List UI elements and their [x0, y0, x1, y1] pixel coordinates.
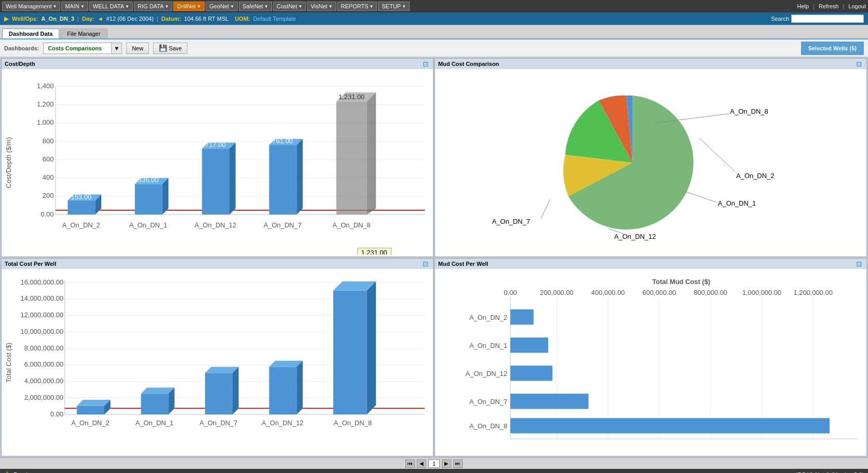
svg-text:A_On_DN_1: A_On_DN_1 — [129, 221, 167, 229]
menu-arrow: ▼ — [80, 4, 85, 9]
mud-cost-comparison-title: Mud Cost Comparison ⊡ — [435, 59, 866, 69]
svg-rect-89 — [333, 290, 367, 414]
datum-value: 104.66 ft RT MSL — [184, 16, 229, 22]
menu-arrow: ▼ — [299, 4, 303, 9]
total-cost-svg: Total Cost ($) 0.00 2,000,000.00 4,000,0… — [4, 271, 431, 454]
svg-text:A_On_DN_8: A_On_DN_8 — [333, 221, 371, 229]
menu-label: DrillNet — [177, 3, 196, 9]
bar-a-on-dn-2: A_On_DN_2 153.00 — [62, 193, 101, 229]
svg-text:2,000,000.00: 2,000,000.00 — [24, 393, 63, 401]
day-value: #12 (06 Dec 2004) — [106, 16, 154, 22]
day-label: Day: — [82, 16, 94, 22]
page-prev-btn[interactable]: ◀ — [417, 460, 426, 468]
svg-text:1,231.00: 1,231.00 — [338, 93, 364, 101]
pagination: ⏮ ◀ ▶ ⏭ — [0, 457, 868, 469]
svg-text:A_On_DN_1: A_On_DN_1 — [135, 419, 173, 427]
menu-setup[interactable]: SETUP ▼ — [378, 2, 410, 11]
hbar-a-on-dn-1 — [510, 337, 548, 353]
svg-rect-24 — [135, 184, 162, 214]
refresh-link[interactable]: Refresh — [819, 3, 839, 9]
svg-rect-81 — [205, 373, 233, 414]
bar-a-on-dn-8: A_On_DN_8 1,231.00 1,231.00 — [333, 92, 391, 254]
svg-text:A_On_DN_7: A_On_DN_7 — [469, 398, 507, 406]
svg-text:A_On_DN_7: A_On_DN_7 — [264, 221, 302, 229]
page-number-input[interactable] — [428, 460, 440, 468]
menu-well-management[interactable]: Well Management ▼ — [2, 2, 60, 11]
help-link[interactable]: Help — [797, 3, 809, 9]
search-area: Search — [771, 15, 864, 23]
menu-rig-data[interactable]: RIG DATA ▼ — [134, 2, 172, 11]
menu-reports[interactable]: REPORTS ▼ — [337, 2, 377, 11]
svg-text:800: 800 — [43, 137, 54, 145]
svg-text:A_On_DN_7: A_On_DN_7 — [199, 419, 237, 427]
menu-visnet[interactable]: VisNet ▼ — [307, 2, 336, 11]
page-last-btn[interactable]: ⏭ — [453, 460, 463, 468]
svg-text:A_On_DN_2: A_On_DN_2 — [71, 419, 109, 427]
triangle-icon: ▶ — [4, 15, 9, 22]
svg-text:A_On_DN_1: A_On_DN_1 — [469, 342, 507, 349]
svg-text:600: 600 — [43, 155, 54, 163]
dashboard-select-arrow[interactable]: ▼ — [111, 43, 121, 53]
menu-safenet[interactable]: SafeNet ▼ — [239, 2, 272, 11]
selected-wells-button[interactable]: Selected Wells (5) — [801, 42, 864, 55]
mud-cost-expand-icon[interactable]: ⊡ — [856, 60, 863, 67]
cost-depth-expand-icon[interactable]: ⊡ — [423, 60, 430, 67]
new-button[interactable]: New — [126, 43, 149, 54]
menu-drillnet[interactable]: DrillNet ▼ — [173, 2, 205, 11]
svg-text:200: 200 — [43, 192, 54, 199]
save-button[interactable]: 💾 Save — [153, 43, 187, 54]
top-right-links: Help | Refresh | Logout — [797, 3, 866, 9]
day-prev-arrow[interactable]: ◄ — [98, 16, 103, 22]
svg-rect-85 — [269, 367, 296, 414]
menu-main[interactable]: MAIN ▼ — [61, 2, 88, 11]
svg-text:1,200,000.00: 1,200,000.00 — [794, 288, 833, 296]
page-next-btn[interactable]: ▶ — [442, 460, 451, 468]
well-info-bar: ▶ Well/Ops: A_On_DN_3 | Day: ◄ #12 (06 D… — [0, 12, 868, 25]
tab-dashboard-data[interactable]: Dashboard Data — [2, 29, 59, 38]
cost-depth-title: Cost/Depth ⊡ — [2, 59, 433, 69]
svg-rect-29 — [202, 148, 229, 214]
mud-cost-per-well-title: Mud Cost Per Well ⊡ — [435, 259, 866, 269]
svg-text:1,400: 1,400 — [37, 82, 53, 90]
svg-marker-41 — [367, 92, 376, 214]
menu-costnet[interactable]: CostNet ▼ — [273, 2, 306, 11]
svg-text:12,000,000.00: 12,000,000.00 — [21, 311, 64, 319]
save-icon: 💾 — [159, 44, 167, 52]
logout-link[interactable]: Logout — [848, 3, 866, 9]
svg-text:Total Mud Cost ($): Total Mud Cost ($) — [652, 277, 710, 285]
new-label: New — [132, 45, 143, 51]
menu-geonet[interactable]: GeoNet ▼ — [206, 2, 238, 11]
svg-text:1,000: 1,000 — [37, 118, 53, 126]
svg-text:200,000.00: 200,000.00 — [540, 288, 574, 296]
mud-cost-comparison-title-text: Mud Cost Comparison — [438, 61, 499, 67]
toolbar: Dashboards: Costs Comparisons ▼ New 💾 Sa… — [0, 39, 868, 57]
svg-text:0.00: 0.00 — [50, 410, 63, 417]
total-cost-expand-icon[interactable]: ⊡ — [423, 260, 430, 267]
svg-text:A_On_DN_12: A_On_DN_12 — [466, 370, 507, 377]
menu-arrow: ▼ — [264, 4, 268, 9]
hbar-a-on-dn-12 — [510, 366, 552, 381]
svg-marker-31 — [229, 142, 236, 214]
mud-cost-per-well-expand-icon[interactable]: ⊡ — [856, 260, 863, 267]
svg-marker-83 — [233, 367, 239, 414]
page-first-btn[interactable]: ⏮ — [405, 460, 415, 468]
dashboard-select[interactable]: Costs Comparisons ▼ — [43, 43, 122, 54]
svg-rect-77 — [141, 394, 169, 414]
svg-line-48 — [681, 190, 716, 202]
menu-arrow: ▼ — [329, 4, 333, 9]
svg-text:336.00: 336.00 — [138, 176, 159, 184]
cost-depth-y-label: Cost/Depth ($/m) — [5, 137, 12, 188]
top-menubar: Well Management ▼ MAIN ▼ WELL DATA ▼ RIG… — [0, 0, 868, 12]
menu-arrow: ▼ — [370, 4, 374, 9]
search-input[interactable] — [791, 15, 864, 23]
svg-rect-19 — [67, 200, 95, 214]
total-cost-chart-body: Total Cost ($) 0.00 2,000,000.00 4,000,0… — [2, 269, 433, 456]
svg-rect-73 — [77, 406, 104, 414]
svg-text:0.00: 0.00 — [40, 210, 53, 218]
menu-well-data[interactable]: WELL DATA ▼ — [89, 2, 133, 11]
mud-cost-per-well-title-text: Mud Cost Per Well — [438, 261, 488, 267]
dashboards-label: Dashboards: — [4, 45, 39, 51]
uom-value: Default Template — [253, 16, 296, 22]
tab-file-manager[interactable]: File Manager — [60, 29, 107, 38]
bar-a-on-dn-1: A_On_DN_1 336.00 — [129, 176, 168, 229]
